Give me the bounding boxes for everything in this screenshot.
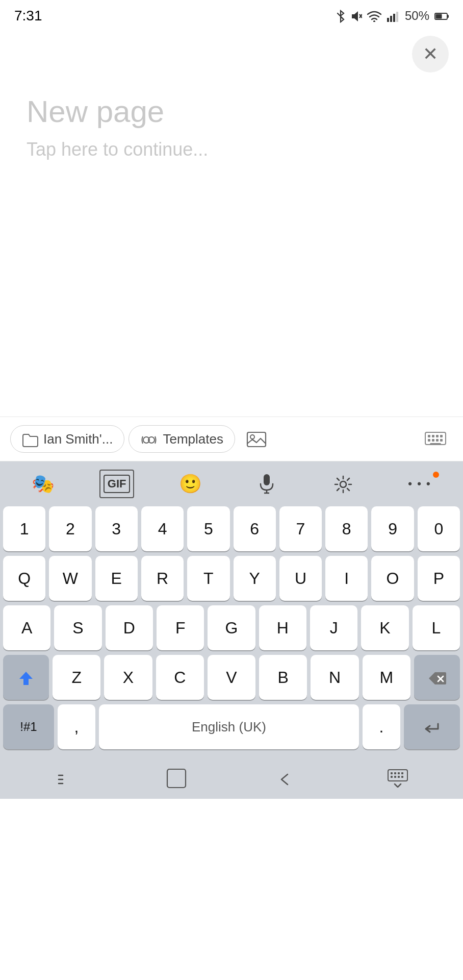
svg-rect-15	[425, 432, 446, 445]
key-6[interactable]: 6	[234, 506, 276, 551]
key-h[interactable]: H	[259, 605, 306, 650]
key-v[interactable]: V	[208, 655, 255, 700]
symbols-button[interactable]: !#1	[3, 704, 54, 749]
templates-button[interactable]: Templates	[128, 425, 235, 453]
folder-button-label: Ian Smith'...	[43, 431, 113, 447]
folder-button[interactable]: Ian Smith'...	[10, 425, 124, 453]
keyboard-toolbar: 🎭 GIF 🙂	[0, 461, 463, 504]
asdf-row: A S D F G H J K L	[3, 605, 460, 650]
status-time: 7:31	[14, 8, 42, 24]
enter-button[interactable]	[404, 704, 460, 749]
key-period[interactable]: .	[363, 704, 400, 749]
key-1[interactable]: 1	[3, 506, 45, 551]
svg-rect-36	[391, 772, 393, 774]
more-icon: • • •	[408, 477, 431, 491]
nav-keyboard-hide-button[interactable]	[377, 763, 418, 794]
nav-back-button[interactable]	[267, 763, 307, 794]
svg-rect-43	[401, 776, 403, 778]
key-comma[interactable]: ,	[58, 704, 95, 749]
back-icon	[277, 770, 297, 787]
key-j[interactable]: J	[310, 605, 357, 650]
svg-rect-24	[430, 439, 441, 442]
backspace-button[interactable]	[414, 655, 460, 700]
keyboard-icon	[425, 430, 446, 449]
status-icons: 50%	[336, 9, 449, 23]
settings-icon	[334, 474, 352, 493]
settings-button[interactable]	[323, 470, 364, 498]
backspace-icon	[428, 668, 446, 687]
key-4[interactable]: 4	[141, 506, 184, 551]
key-b[interactable]: B	[259, 655, 307, 700]
key-2[interactable]: 2	[49, 506, 91, 551]
nav-home-button[interactable]	[156, 763, 197, 794]
svg-rect-34	[167, 769, 186, 788]
svg-rect-37	[394, 772, 396, 774]
svg-rect-22	[436, 439, 439, 442]
menu-lines-icon	[57, 770, 75, 787]
close-button[interactable]: ✕	[412, 36, 449, 72]
svg-rect-21	[432, 439, 434, 442]
key-z[interactable]: Z	[53, 655, 100, 700]
content-area[interactable]: ✕ New page Tap here to continue...	[0, 29, 463, 416]
key-k[interactable]: K	[361, 605, 408, 650]
key-l[interactable]: L	[413, 605, 460, 650]
key-3[interactable]: 3	[95, 506, 138, 551]
key-8[interactable]: 8	[325, 506, 368, 551]
key-e[interactable]: E	[95, 556, 138, 601]
more-button[interactable]: • • •	[399, 470, 440, 498]
gif-label: GIF	[104, 475, 131, 493]
microphone-button[interactable]	[246, 470, 287, 498]
key-f[interactable]: F	[157, 605, 204, 650]
key-p[interactable]: P	[418, 556, 460, 601]
svg-rect-9	[447, 15, 449, 18]
mute-icon	[351, 9, 362, 22]
keyboard-hide-icon	[388, 769, 408, 788]
keyboard-area: 🎭 GIF 🙂	[0, 461, 463, 799]
sticker-button[interactable]: 🎭	[23, 470, 64, 498]
svg-rect-40	[391, 776, 393, 778]
emoji-icon: 🙂	[179, 473, 202, 495]
key-o[interactable]: O	[371, 556, 414, 601]
key-i[interactable]: I	[325, 556, 368, 601]
key-9[interactable]: 9	[371, 506, 414, 551]
toolbar-strip: Ian Smith'... Templates	[0, 416, 463, 461]
key-x[interactable]: X	[104, 655, 152, 700]
emoji-button[interactable]: 🙂	[170, 470, 211, 498]
svg-rect-18	[436, 435, 439, 437]
space-bar[interactable]: English (UK)	[99, 704, 359, 749]
svg-rect-4	[387, 18, 389, 22]
notification-dot	[433, 472, 439, 478]
key-g[interactable]: G	[208, 605, 255, 650]
key-0[interactable]: 0	[418, 506, 460, 551]
key-q[interactable]: Q	[3, 556, 45, 601]
key-a[interactable]: A	[3, 605, 50, 650]
close-icon: ✕	[423, 45, 438, 63]
keyboard-toggle-button[interactable]	[418, 422, 453, 456]
key-n[interactable]: N	[311, 655, 358, 700]
nav-menu-button[interactable]	[45, 763, 86, 794]
bottom-nav	[0, 758, 463, 799]
key-m[interactable]: M	[363, 655, 410, 700]
key-7[interactable]: 7	[279, 506, 322, 551]
key-c[interactable]: C	[156, 655, 204, 700]
key-y[interactable]: Y	[234, 556, 276, 601]
battery-icon	[434, 9, 449, 22]
key-s[interactable]: S	[54, 605, 101, 650]
key-d[interactable]: D	[106, 605, 153, 650]
svg-rect-42	[398, 776, 400, 778]
key-w[interactable]: W	[49, 556, 91, 601]
shift-button[interactable]	[3, 655, 49, 700]
key-t[interactable]: T	[187, 556, 229, 601]
microphone-icon	[259, 474, 274, 494]
media-icon	[246, 429, 267, 449]
gif-button[interactable]: GIF	[99, 470, 135, 498]
svg-rect-38	[398, 772, 400, 774]
page-title: New page	[27, 95, 436, 129]
number-row: 1 2 3 4 5 6 7 8 9 0	[3, 506, 460, 551]
key-u[interactable]: U	[279, 556, 322, 601]
wifi-icon	[367, 9, 381, 22]
bluetooth-icon	[336, 9, 346, 22]
key-r[interactable]: R	[141, 556, 184, 601]
key-5[interactable]: 5	[187, 506, 229, 551]
media-button[interactable]	[239, 422, 274, 456]
